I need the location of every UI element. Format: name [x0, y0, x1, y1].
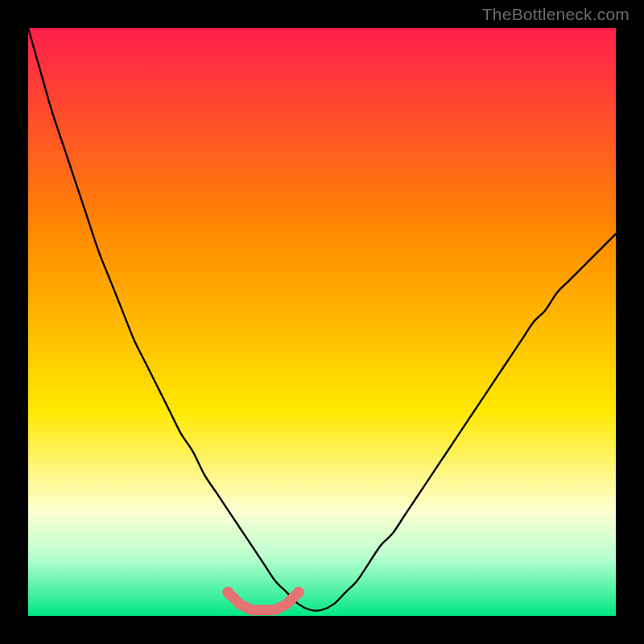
chart-frame: TheBottleneck.com — [0, 0, 644, 644]
optimal-range-line — [228, 592, 299, 610]
curve-layer — [28, 28, 616, 616]
optimal-range-end-dot — [222, 587, 233, 598]
optimal-range-end-dot — [293, 587, 304, 598]
plot-area — [28, 28, 616, 616]
watermark-text: TheBottleneck.com — [482, 5, 630, 24]
optimal-range-markers — [222, 587, 304, 610]
bottleneck-curve — [28, 28, 616, 611]
